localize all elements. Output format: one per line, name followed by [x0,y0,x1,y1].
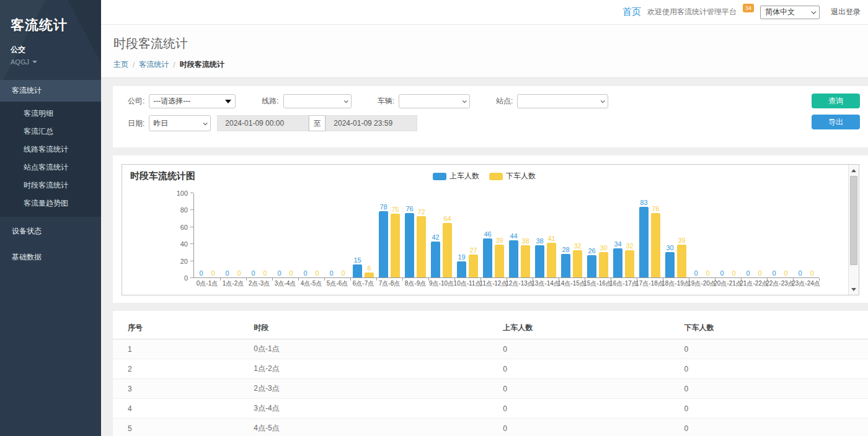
breadcrumb-separator: / [133,61,135,69]
language-select-value: 简体中文 [765,7,795,17]
bar[interactable] [353,264,362,277]
table-cell: 0 [498,359,679,379]
sidebar-subitem[interactable]: 客流量趋势图 [0,194,101,212]
table-cell: 4 [113,399,249,419]
company-select[interactable]: ---请选择--- [149,94,236,108]
logout-link[interactable]: 退出登录 [831,7,861,17]
legend-item[interactable]: 下车人数 [489,171,536,181]
date-from-input[interactable]: 2024-01-09 00:00 [217,115,309,131]
bar[interactable] [547,243,556,277]
station-label: 站点: [496,96,513,107]
table-cell: 3 [113,379,249,399]
bar-column: 32 [573,193,582,277]
bar-value-label: 39 [678,237,685,244]
bar-value-label: 15 [353,256,361,264]
chevron-down-icon [463,98,467,103]
bar-column: 27 [469,193,478,277]
bar[interactable] [495,245,504,277]
x-axis-label: 21点-22点 [740,279,768,288]
y-axis-tick-label: 20 [180,258,188,265]
bar-value-label: 32 [574,242,581,250]
sidebar-subitem[interactable]: 时段客流统计 [0,177,101,194]
bar-column: 46 [483,193,492,277]
sidebar-subitem[interactable]: 站点客流统计 [0,159,101,177]
bar[interactable] [535,245,544,277]
scroll-up-icon[interactable] [849,165,859,175]
x-axis-label: 22点-23点 [766,279,794,288]
breadcrumb-link[interactable]: 客流统计 [139,59,169,70]
legend-item[interactable]: 上车人数 [433,171,479,181]
export-button[interactable]: 导出 [812,115,860,129]
bar-column: 30 [599,193,608,277]
bar[interactable] [443,223,452,277]
date-to-input[interactable]: 2024-01-09 23:59 [326,115,417,131]
chevron-down-icon [343,98,348,103]
company-label: 公司: [128,96,144,107]
bar-column: 0 [197,193,206,277]
sidebar-item[interactable]: 设备状态 [0,220,101,243]
x-axis-label: 18点-19点 [662,279,690,288]
bar[interactable] [469,255,478,277]
language-select[interactable]: 简体中文 [760,6,820,19]
scrollbar-thumb[interactable] [850,176,857,265]
table-cell: 1 [113,339,249,359]
bar-value-label: 72 [417,208,425,216]
chart-scrollbar[interactable] [848,165,859,295]
vehicle-select[interactable] [399,94,470,108]
line-select[interactable] [283,94,352,108]
table-row[interactable]: 10点-1点00 [113,339,868,359]
bar[interactable] [639,207,649,277]
bar-column: 76 [651,193,660,277]
table-column-header: 下车人数 [679,317,868,339]
bar[interactable] [651,213,660,277]
bar-value-label: 27 [469,246,477,254]
bar[interactable] [379,211,388,277]
station-select[interactable] [517,94,608,108]
breadcrumb-link[interactable]: 主页 [113,59,128,70]
bar[interactable] [573,250,582,277]
sidebar-subitem[interactable]: 客流明细 [0,105,101,123]
home-link[interactable]: 首页 [622,6,641,18]
sidebar-item[interactable]: 基础数据 [0,246,101,269]
sidebar-subitem[interactable]: 线路客流统计 [0,141,101,159]
table-cell: 0 [679,399,868,419]
bar[interactable] [405,213,414,277]
bar[interactable] [509,240,518,277]
bar[interactable] [677,245,686,277]
bar[interactable] [587,255,596,277]
bar[interactable] [483,238,492,277]
org-code-label: AQGJ [11,58,29,66]
bar-column: 39 [495,193,504,277]
bar[interactable] [391,214,400,277]
bar[interactable] [625,250,634,277]
bar-value-label: 0 [251,269,255,277]
query-button[interactable]: 查询 [812,94,860,108]
bar[interactable] [457,261,466,277]
org-selector[interactable]: AQGJ [11,58,37,66]
bar-value-label: 32 [626,242,633,250]
bar-value-label: 0 [784,269,787,277]
bar[interactable] [431,242,440,277]
bar[interactable] [561,254,570,277]
sidebar-subitem[interactable]: 客流汇总 [0,123,101,141]
table-row[interactable]: 54点-5点00 [113,419,868,436]
scroll-down-icon[interactable] [849,284,859,294]
date-preset-select[interactable]: 昨日 [149,115,211,131]
notification-badge[interactable]: 34 [743,4,754,12]
bar-group: 0022点-23点 [767,193,793,277]
bar[interactable] [613,248,622,277]
bar-value-label: 28 [562,246,569,253]
bar[interactable] [599,252,608,277]
x-axis-label: 16点-17点 [609,279,638,288]
bar[interactable] [417,216,426,277]
table-cell: 0 [679,419,868,436]
bar[interactable] [365,272,374,277]
table-row[interactable]: 32点-3点00 [113,379,868,399]
table-row[interactable]: 21点-2点00 [113,359,868,379]
table-row[interactable]: 43点-4点00 [113,399,868,419]
sidebar-section-passenger-stats[interactable]: 客流统计 [0,80,101,102]
bar[interactable] [665,252,675,277]
x-axis-label: 13点-14点 [531,279,560,288]
bar[interactable] [521,245,530,277]
bar-column: 0 [286,193,296,277]
